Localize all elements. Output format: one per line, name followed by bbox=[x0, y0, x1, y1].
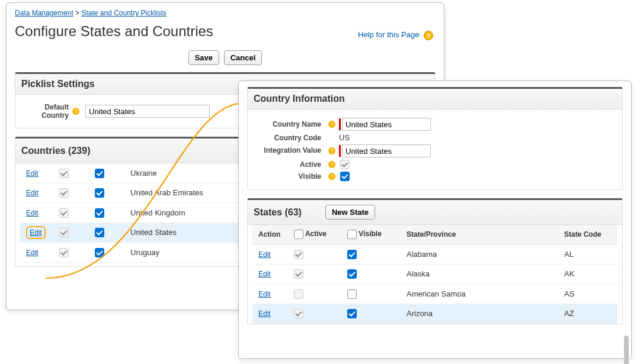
active-checkbox bbox=[59, 248, 69, 257]
help-icon: ? bbox=[424, 31, 433, 40]
integration-value-input[interactable] bbox=[342, 144, 431, 157]
default-country-label: Default Country bbox=[23, 103, 70, 120]
states-title: States (63) bbox=[254, 207, 302, 218]
active-checkbox bbox=[59, 188, 69, 198]
scrollbar[interactable] bbox=[624, 336, 629, 364]
required-indicator bbox=[339, 118, 341, 130]
edit-link[interactable]: Edit bbox=[26, 226, 46, 239]
country-info-title: Country Information bbox=[254, 94, 345, 104]
table-row: EditArizonaAZ bbox=[252, 304, 617, 324]
breadcrumb-sep: > bbox=[75, 9, 81, 17]
col-action: Action bbox=[252, 225, 288, 244]
edit-link[interactable]: Edit bbox=[258, 250, 271, 259]
edit-link[interactable]: Edit bbox=[258, 290, 271, 298]
countries-title: Countries (239) bbox=[21, 146, 90, 156]
states-table: Action Active Visible State/Province Sta… bbox=[252, 225, 617, 324]
edit-link[interactable]: Edit bbox=[258, 270, 271, 278]
col-visible: Visible bbox=[341, 225, 401, 244]
select-all-visible-checkbox[interactable] bbox=[347, 230, 357, 239]
active-checkbox bbox=[294, 269, 303, 279]
edit-link[interactable]: Edit bbox=[26, 249, 39, 257]
table-row: EditAlabamaAL bbox=[252, 244, 617, 265]
visible-checkbox[interactable] bbox=[347, 309, 357, 318]
state-code: AS bbox=[558, 284, 617, 304]
breadcrumb: Data Management > State and Country Pick… bbox=[15, 9, 436, 17]
help-icon[interactable]: ? bbox=[328, 173, 335, 180]
states-section: States (63) New State Action Active Visi… bbox=[247, 198, 623, 324]
help-icon[interactable]: ? bbox=[72, 108, 79, 115]
new-state-button[interactable]: New State bbox=[325, 205, 375, 220]
edit-link[interactable]: Edit bbox=[26, 169, 39, 178]
breadcrumb-root-link[interactable]: Data Management bbox=[15, 9, 73, 17]
active-checkbox bbox=[340, 160, 350, 169]
edit-link[interactable]: Edit bbox=[26, 209, 39, 217]
country-info-section: Country Information Country Name ? Count… bbox=[247, 87, 623, 190]
table-row: EditAlaskaAK bbox=[252, 264, 617, 284]
active-checkbox bbox=[294, 250, 303, 259]
visible-checkbox[interactable] bbox=[347, 289, 357, 299]
state-name: Alabama bbox=[401, 244, 558, 265]
help-icon[interactable]: ? bbox=[328, 121, 335, 128]
active-checkbox bbox=[59, 208, 69, 218]
visible-checkbox[interactable] bbox=[95, 169, 104, 178]
visible-checkbox[interactable] bbox=[347, 269, 357, 279]
action-toolbar: Save Cancel bbox=[15, 50, 436, 65]
visible-label: Visible bbox=[255, 172, 326, 181]
help-link-text: Help for this Page bbox=[358, 30, 419, 39]
state-name: American Samoa bbox=[401, 284, 558, 304]
required-indicator bbox=[339, 145, 341, 157]
default-country-input[interactable] bbox=[85, 105, 210, 118]
active-label: Active bbox=[255, 160, 326, 169]
visible-checkbox[interactable] bbox=[95, 208, 104, 218]
table-row: EditAmerican SamoaAS bbox=[252, 284, 617, 304]
active-checkbox bbox=[59, 228, 69, 237]
scrollbar-thumb[interactable] bbox=[624, 336, 629, 364]
visible-checkbox[interactable] bbox=[95, 228, 104, 237]
state-code: AK bbox=[558, 264, 617, 284]
save-button[interactable]: Save bbox=[188, 50, 219, 65]
active-checkbox bbox=[294, 309, 303, 318]
country-name-label: Country Name bbox=[255, 120, 326, 128]
state-code: AL bbox=[558, 244, 617, 265]
active-checkbox bbox=[294, 289, 303, 299]
visible-checkbox[interactable] bbox=[95, 248, 104, 257]
country-code-value: US bbox=[339, 133, 350, 142]
integration-value-label: Integration Value bbox=[255, 147, 326, 154]
edit-link[interactable]: Edit bbox=[26, 189, 39, 197]
state-name: Alaska bbox=[401, 264, 558, 284]
country-name-input[interactable] bbox=[342, 118, 431, 131]
help-for-page[interactable]: Help for this Page ? bbox=[358, 30, 433, 40]
select-all-active-checkbox[interactable] bbox=[294, 230, 303, 239]
col-state-province: State/Province bbox=[401, 225, 558, 244]
help-icon[interactable]: ? bbox=[328, 147, 335, 154]
help-icon[interactable]: ? bbox=[328, 161, 335, 168]
col-state-code: State Code bbox=[558, 225, 617, 244]
breadcrumb-leaf-link[interactable]: State and Country Picklists bbox=[81, 9, 166, 17]
state-code: AZ bbox=[558, 304, 617, 324]
visible-checkbox[interactable] bbox=[95, 188, 104, 198]
picklist-settings-title: Picklist Settings bbox=[21, 79, 95, 89]
country-code-label: Country Code bbox=[255, 134, 326, 142]
country-detail-panel: Country Information Country Name ? Count… bbox=[238, 80, 632, 359]
visible-checkbox[interactable] bbox=[340, 172, 350, 181]
edit-link[interactable]: Edit bbox=[258, 310, 271, 318]
active-checkbox bbox=[59, 169, 69, 178]
visible-checkbox[interactable] bbox=[347, 250, 357, 259]
col-active: Active bbox=[288, 225, 341, 244]
cancel-button[interactable]: Cancel bbox=[224, 50, 263, 65]
state-name: Arizona bbox=[401, 304, 558, 324]
